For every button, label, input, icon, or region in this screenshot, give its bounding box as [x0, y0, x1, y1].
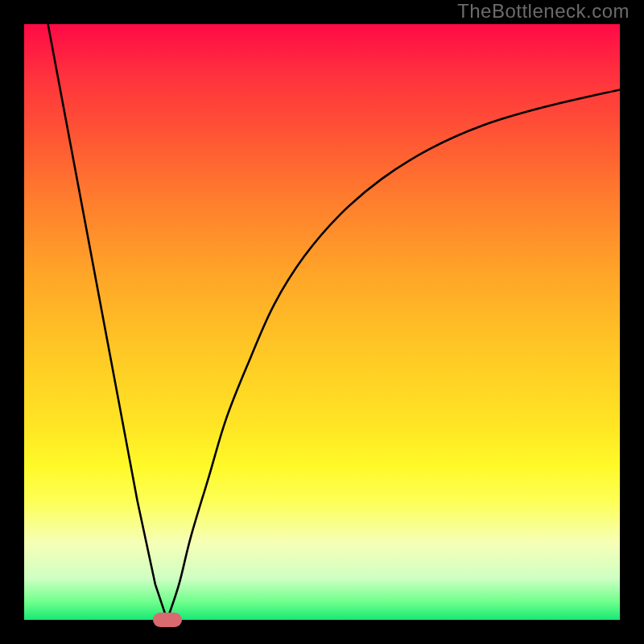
chart-container: TheBottleneck.com — [0, 0, 644, 644]
watermark-text: TheBottleneck.com — [457, 0, 630, 23]
optimal-marker — [153, 613, 182, 627]
bottleneck-curve-left — [48, 24, 167, 620]
plot-area — [24, 24, 620, 620]
bottleneck-curve-right — [167, 89, 620, 620]
curve-svg — [24, 24, 620, 620]
